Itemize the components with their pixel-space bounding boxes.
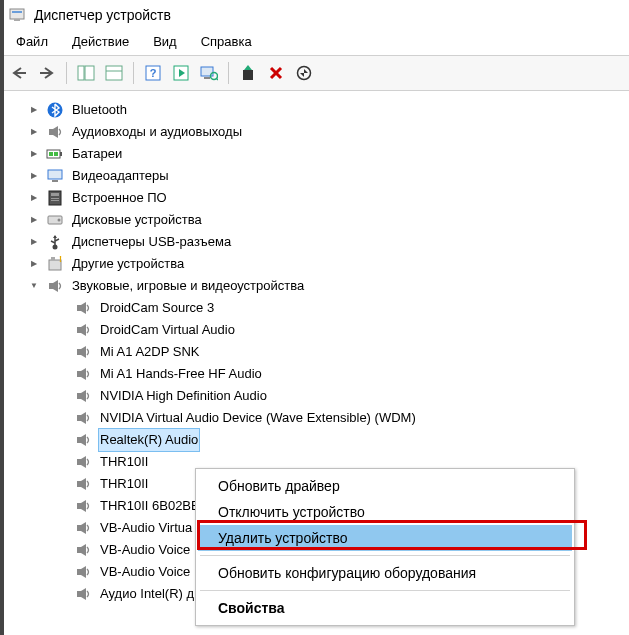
tree-category[interactable]: ▶Аудиовходы и аудиовыходы xyxy=(28,121,629,143)
tree-device[interactable]: Realtek(R) Audio xyxy=(56,429,629,451)
tree-node-label[interactable]: Mi A1 A2DP SNK xyxy=(98,341,201,363)
menubar: Файл Действие Вид Справка xyxy=(0,28,629,55)
tree-device[interactable]: Mi A1 A2DP SNK xyxy=(56,341,629,363)
tree-node-label[interactable]: Звуковые, игровые и видеоустройства xyxy=(70,275,306,297)
tree-node-label[interactable]: Bluetooth xyxy=(70,99,129,121)
speaker-icon xyxy=(46,123,64,141)
svg-rect-28 xyxy=(54,152,58,156)
tree-node-label[interactable]: Встроенное ПО xyxy=(70,187,169,209)
tree-node-label[interactable]: THR10II xyxy=(98,473,150,495)
speaker-icon xyxy=(46,277,64,295)
tree-node-label[interactable]: DroidCam Virtual Audio xyxy=(98,319,237,341)
expander-icon[interactable]: ▶ xyxy=(28,187,40,209)
svg-marker-64 xyxy=(81,478,86,490)
uninstall-button[interactable] xyxy=(263,60,289,86)
expander-icon[interactable]: ▶ xyxy=(28,231,40,253)
tree-device[interactable]: NVIDIA High Definition Audio xyxy=(56,385,629,407)
tree-category[interactable]: ▶Видеоадаптеры xyxy=(28,165,629,187)
speaker-icon xyxy=(74,299,92,317)
tree-category[interactable]: ▶Батареи xyxy=(28,143,629,165)
tree-device[interactable]: NVIDIA Virtual Audio Device (Wave Extens… xyxy=(56,407,629,429)
tree-node-label[interactable]: THR10II xyxy=(98,451,150,473)
svg-point-36 xyxy=(58,219,61,222)
app-icon xyxy=(8,6,26,24)
tree-category[interactable]: ▶Диспетчеры USB-разъема xyxy=(28,231,629,253)
tree-node-label[interactable]: VB-Audio Voice xyxy=(98,539,192,561)
tree-node-label[interactable]: DroidCam Source 3 xyxy=(98,297,216,319)
svg-rect-1 xyxy=(14,19,20,21)
disable-button[interactable] xyxy=(291,60,317,86)
expander-icon[interactable]: ▶ xyxy=(28,209,40,231)
firmware-icon xyxy=(46,189,64,207)
svg-rect-53 xyxy=(77,371,81,377)
context-menu-item[interactable]: Свойства xyxy=(198,595,572,621)
svg-rect-15 xyxy=(243,70,253,80)
svg-rect-29 xyxy=(48,170,62,179)
svg-marker-58 xyxy=(81,412,86,424)
tree-node-label[interactable]: Дисковые устройства xyxy=(70,209,204,231)
expander-icon[interactable]: ▶ xyxy=(28,121,40,143)
expander-icon[interactable]: ▶ xyxy=(28,165,40,187)
tree-node-label[interactable]: NVIDIA High Definition Audio xyxy=(98,385,269,407)
expander-icon[interactable]: ▶ xyxy=(28,99,40,121)
forward-button[interactable] xyxy=(34,60,60,86)
tree-node-label[interactable]: VB-Audio Voice xyxy=(98,561,192,583)
svg-marker-24 xyxy=(53,126,58,138)
usb-icon xyxy=(46,233,64,251)
speaker-icon xyxy=(74,497,92,515)
svg-text:?: ? xyxy=(150,67,157,79)
action-button[interactable] xyxy=(168,60,194,86)
tree-node-label[interactable]: Mi A1 Hands-Free HF Audio xyxy=(98,363,264,385)
show-hide-tree-button[interactable] xyxy=(73,60,99,86)
scan-hardware-button[interactable] xyxy=(196,60,222,86)
svg-line-14 xyxy=(216,78,218,80)
menu-view[interactable]: Вид xyxy=(143,32,187,51)
context-menu-item[interactable]: Отключить устройство xyxy=(198,499,572,525)
tree-category[interactable]: ▶Дисковые устройства xyxy=(28,209,629,231)
tree-category[interactable]: ▶!Другие устройства xyxy=(28,253,629,275)
context-menu-separator xyxy=(200,555,570,556)
back-button[interactable] xyxy=(6,60,32,86)
svg-rect-25 xyxy=(47,150,60,158)
menu-help[interactable]: Справка xyxy=(191,32,262,51)
svg-rect-0 xyxy=(10,9,24,19)
tree-node-label[interactable]: Батареи xyxy=(70,143,124,165)
tree-node-label[interactable]: Realtek(R) Audio xyxy=(98,428,200,452)
svg-marker-46 xyxy=(53,280,58,292)
tree-category[interactable]: ▼Звуковые, игровые и видеоустройства xyxy=(28,275,629,297)
menu-file[interactable]: Файл xyxy=(6,32,58,51)
details-pane-button[interactable] xyxy=(101,60,127,86)
svg-rect-26 xyxy=(60,152,62,156)
svg-marker-48 xyxy=(81,302,86,314)
tree-device[interactable]: DroidCam Source 3 xyxy=(56,297,629,319)
tree-node-label[interactable]: Аудио Intel(R) д xyxy=(98,583,196,605)
tree-node-label[interactable]: Аудиовходы и аудиовыходы xyxy=(70,121,244,143)
tree-category[interactable]: ▶Встроенное ПО xyxy=(28,187,629,209)
expander-icon[interactable]: ▶ xyxy=(28,253,40,275)
update-driver-button[interactable] xyxy=(235,60,261,86)
speaker-icon xyxy=(74,387,92,405)
window-title: Диспетчер устройств xyxy=(34,7,171,23)
speaker-icon xyxy=(74,431,92,449)
context-menu-item[interactable]: Обновить конфигурацию оборудования xyxy=(198,560,572,586)
svg-rect-23 xyxy=(49,129,53,135)
speaker-icon xyxy=(74,563,92,581)
svg-marker-60 xyxy=(81,434,86,446)
tree-category[interactable]: ▶Bluetooth xyxy=(28,99,629,121)
tree-node-label[interactable]: Другие устройства xyxy=(70,253,186,275)
menu-action[interactable]: Действие xyxy=(62,32,139,51)
svg-text:!: ! xyxy=(59,256,62,264)
tree-device[interactable]: DroidCam Virtual Audio xyxy=(56,319,629,341)
tree-node-label[interactable]: Диспетчеры USB-разъема xyxy=(70,231,233,253)
help-button[interactable]: ? xyxy=(140,60,166,86)
tree-node-label[interactable]: VB-Audio Virtua xyxy=(98,517,194,539)
context-menu-item[interactable]: Обновить драйвер xyxy=(198,473,572,499)
tree-device[interactable]: Mi A1 Hands-Free HF Audio xyxy=(56,363,629,385)
other-icon: ! xyxy=(46,255,64,273)
tree-node-label[interactable]: NVIDIA Virtual Audio Device (Wave Extens… xyxy=(98,407,418,429)
tree-node-label[interactable]: Видеоадаптеры xyxy=(70,165,171,187)
expander-icon[interactable]: ▶ xyxy=(28,143,40,165)
context-menu-item[interactable]: Удалить устройство xyxy=(198,525,572,551)
expander-icon[interactable]: ▼ xyxy=(28,275,40,297)
tree-node-label[interactable]: THR10II 6B02BE xyxy=(98,495,202,517)
